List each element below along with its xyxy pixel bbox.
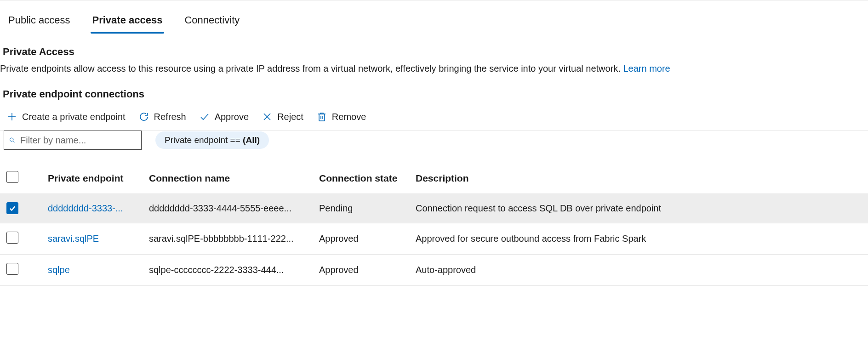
connection-name-cell: saravi.sqlPE-bbbbbbbb-1111-222... <box>149 233 319 244</box>
subsection-title: Private endpoint connections <box>0 75 868 107</box>
svg-rect-4 <box>319 114 325 121</box>
row-checkbox[interactable] <box>6 263 18 275</box>
refresh-icon <box>138 111 149 122</box>
reject-label: Reject <box>277 112 303 122</box>
search-icon <box>9 135 16 145</box>
table-header-row: Private endpoint Connection name Connect… <box>0 163 868 194</box>
filter-row: Private endpoint == (All) <box>0 131 868 150</box>
tabs-bar: Public access Private access Connectivit… <box>0 4 868 33</box>
connection-state-cell: Pending <box>319 203 416 214</box>
tab-private-access[interactable]: Private access <box>91 10 165 33</box>
table-row[interactable]: sqlpe sqlpe-cccccccc-2222-3333-444... Ap… <box>0 255 868 286</box>
svg-point-8 <box>10 138 14 142</box>
connection-name-cell: sqlpe-cccccccc-2222-3333-444... <box>149 265 319 275</box>
private-endpoints-table: Private endpoint Connection name Connect… <box>0 163 868 286</box>
filter-pill[interactable]: Private endpoint == (All) <box>155 131 269 149</box>
description-cell: Auto-approved <box>416 265 862 275</box>
col-connection-name: Connection name <box>149 173 319 184</box>
table-row[interactable]: dddddddd-3333-... dddddddd-3333-4444-555… <box>0 194 868 223</box>
connection-name-cell: dddddddd-3333-4444-5555-eeee... <box>149 203 319 214</box>
approve-label: Approve <box>215 112 249 122</box>
col-description: Description <box>416 173 862 184</box>
toolbar: Create a private endpoint Refresh Approv… <box>0 107 868 131</box>
checkmark-icon <box>8 204 17 212</box>
filter-by-name-input[interactable] <box>20 135 137 146</box>
approve-button[interactable]: Approve <box>199 111 249 122</box>
svg-line-9 <box>13 141 14 142</box>
filter-pill-prefix: Private endpoint == <box>165 135 243 145</box>
col-connection-state: Connection state <box>319 173 416 184</box>
refresh-label: Refresh <box>154 112 186 122</box>
filter-input-wrap[interactable] <box>4 131 142 150</box>
trash-icon <box>316 111 327 122</box>
private-endpoint-link[interactable]: saravi.sqlPE <box>48 233 149 244</box>
check-icon <box>199 111 210 122</box>
tab-public-access[interactable]: Public access <box>6 10 72 33</box>
connection-state-cell: Approved <box>319 233 416 244</box>
learn-more-link[interactable]: Learn more <box>623 63 670 74</box>
create-label: Create a private endpoint <box>22 112 126 122</box>
col-private-endpoint: Private endpoint <box>48 173 149 184</box>
table-row[interactable]: saravi.sqlPE saravi.sqlPE-bbbbbbbb-1111-… <box>0 223 868 255</box>
section-title: Private Access <box>0 46 868 62</box>
section-description: Private endpoints allow access to this r… <box>0 62 868 75</box>
reject-button[interactable]: Reject <box>262 111 303 122</box>
remove-label: Remove <box>332 112 366 122</box>
description-cell: Approved for secure outbound access from… <box>416 233 862 244</box>
filter-pill-value: (All) <box>243 135 260 145</box>
description-cell: Connection request to access SQL DB over… <box>416 203 862 214</box>
row-checkbox[interactable] <box>6 232 18 244</box>
create-private-endpoint-button[interactable]: Create a private endpoint <box>6 111 126 122</box>
select-all-checkbox[interactable] <box>6 171 18 183</box>
remove-button[interactable]: Remove <box>316 111 366 122</box>
private-endpoint-link[interactable]: sqlpe <box>48 265 149 275</box>
row-checkbox[interactable] <box>6 202 18 214</box>
refresh-button[interactable]: Refresh <box>138 111 186 122</box>
section-description-text: Private endpoints allow access to this r… <box>0 63 623 74</box>
connection-state-cell: Approved <box>319 265 416 275</box>
x-icon <box>262 111 273 122</box>
private-endpoint-link[interactable]: dddddddd-3333-... <box>48 203 149 214</box>
tab-connectivity[interactable]: Connectivity <box>183 10 241 33</box>
plus-icon <box>6 111 17 122</box>
